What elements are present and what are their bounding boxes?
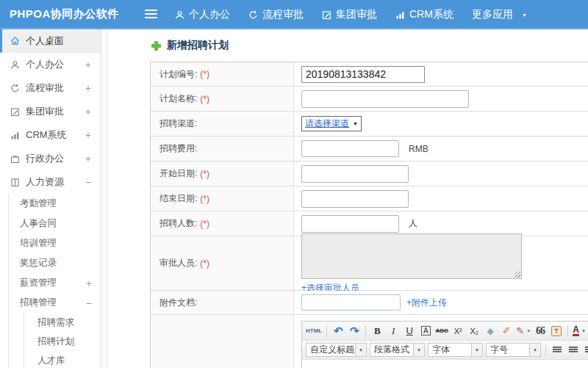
- sidebar-item-personal-desktop[interactable]: 个人桌面: [0, 29, 101, 53]
- expand-icon[interactable]: +: [85, 129, 91, 141]
- caret-down-icon: ▼: [472, 343, 483, 357]
- subscript-button[interactable]: X₂: [467, 324, 481, 338]
- channel-label: 招聘渠道:: [159, 117, 197, 130]
- plus-icon: [151, 41, 161, 51]
- start-date-label: 开始日期:: [159, 167, 197, 180]
- hamburger-menu-icon[interactable]: [145, 10, 157, 21]
- required-marker: (*): [200, 94, 209, 104]
- italic-button[interactable]: I: [386, 324, 401, 338]
- top-bar: PHPOA协同办公软件 个人办公 流程审批 集团审批 CRM系统 更多应用 ▼: [0, 0, 588, 29]
- sidebar-item-admin-office[interactable]: 行政办公 +: [0, 147, 101, 170]
- caret-down-icon: ▼: [356, 343, 367, 357]
- sidebar-scrollbar[interactable]: [101, 29, 107, 369]
- sidebar-item-personal-office[interactable]: 个人办公 +: [0, 53, 101, 76]
- user-icon: [10, 60, 20, 70]
- sidebar-item-recruit-need[interactable]: 招聘需求: [24, 313, 101, 332]
- sidebar-item-talent-pool[interactable]: 人才库: [24, 351, 101, 369]
- expand-icon[interactable]: +: [85, 59, 91, 70]
- page-header: 新增招聘计划: [151, 39, 588, 52]
- sidebar-item-hr[interactable]: 人力资源 −: [0, 170, 101, 194]
- form-row-plan-no: 计划编号: (*): [151, 62, 588, 87]
- editor-body[interactable]: [302, 360, 588, 369]
- sidebar-item-recruit[interactable]: 招聘管理 −: [9, 293, 101, 313]
- expand-icon[interactable]: +: [85, 106, 91, 117]
- sidebar-item-group-approval[interactable]: 集团审批 +: [0, 100, 101, 123]
- form-row-plan-name: 计划名称: (*): [151, 87, 588, 112]
- undo-button[interactable]: ↶: [331, 324, 345, 338]
- sidebar-item-crm-system[interactable]: CRM系统 +: [0, 123, 101, 147]
- caret-down-icon: ▼: [414, 343, 425, 357]
- headcount-label: 招聘人数:: [159, 217, 197, 230]
- submenu: 招聘需求 招聘计划 人才库: [24, 313, 101, 369]
- nav-item-group-approval[interactable]: 集团审批: [322, 8, 377, 21]
- nav-item-personal-office[interactable]: 个人办公: [175, 8, 230, 21]
- sidebar-item-reward-record[interactable]: 奖惩记录: [9, 253, 101, 273]
- collapse-icon[interactable]: −: [86, 297, 92, 309]
- sidebar-item-training[interactable]: 培训管理: [9, 233, 101, 253]
- source-code-button[interactable]: HTML: [305, 324, 323, 338]
- caret-down-icon: ▼: [522, 12, 527, 18]
- attachment-label: 附件文档:: [159, 297, 197, 309]
- edit-icon: [10, 107, 20, 117]
- plan-name-input[interactable]: [301, 90, 469, 108]
- eraser-button[interactable]: ◆: [483, 324, 498, 338]
- fee-unit: RMB: [409, 144, 429, 154]
- redo-button[interactable]: ↷: [347, 324, 362, 338]
- required-marker: (*): [200, 258, 209, 269]
- align-center-button[interactable]: [566, 343, 581, 358]
- font-family-combo[interactable]: 字体 ▼: [428, 343, 483, 357]
- sidebar-item-hr-contract[interactable]: 人事合同: [9, 214, 101, 233]
- form-row-headcount: 招聘人数: (*) 人: [151, 211, 588, 236]
- home-icon: [10, 36, 20, 46]
- auto-typeset-button[interactable]: A: [418, 324, 433, 338]
- chart-icon: [10, 131, 20, 140]
- main-content: 新增招聘计划 计划编号: (*) 计划名称: (*): [107, 29, 588, 369]
- align-right-button[interactable]: [582, 343, 588, 358]
- expand-icon[interactable]: +: [85, 153, 91, 164]
- chart-icon: [395, 10, 405, 20]
- align-left-button[interactable]: [550, 343, 564, 358]
- book-icon: [10, 178, 20, 187]
- nav-item-crm-system[interactable]: CRM系统: [395, 8, 453, 21]
- strikethrough-button[interactable]: ABC: [434, 324, 449, 338]
- paste-plain-text-button[interactable]: T: [549, 324, 564, 338]
- required-marker: (*): [200, 194, 209, 204]
- fee-input[interactable]: [301, 140, 399, 157]
- expand-icon[interactable]: +: [85, 82, 91, 94]
- rich-text-editor: HTML↶↷BIUAABCX²X₂◆✐✎▼66TA▼ab▼ 自定义标题 ▼ 段落…: [301, 321, 588, 369]
- superscript-button[interactable]: X²: [451, 324, 465, 338]
- bold-button[interactable]: B: [370, 324, 384, 338]
- end-date-input[interactable]: [301, 190, 409, 208]
- sidebar-item-recruit-plan[interactable]: 招聘计划: [24, 332, 101, 351]
- editor-toolbar-row1: HTML↶↷BIUAABCX²X₂◆✐✎▼66TA▼ab▼: [302, 322, 588, 341]
- form-row-start-date: 开始日期: (*): [151, 162, 588, 186]
- attachment-input[interactable]: [301, 294, 401, 311]
- custom-title-combo[interactable]: 自定义标题 ▼: [306, 343, 367, 357]
- headcount-input[interactable]: [301, 215, 399, 233]
- start-date-input[interactable]: [301, 165, 409, 183]
- editor-toolbar-row2: 自定义标题 ▼ 段落格式 ▼ 字体 ▼ 字号 ▼ ∞: [302, 341, 588, 360]
- plan-no-input[interactable]: [301, 66, 425, 83]
- sidebar-item-salary[interactable]: 薪资管理 +: [9, 273, 101, 293]
- nav-item-process-approval[interactable]: 流程审批: [248, 8, 304, 21]
- blockquote-button[interactable]: 66: [533, 324, 548, 338]
- paragraph-format-combo[interactable]: 段落格式 ▼: [370, 343, 425, 357]
- format-painter-button[interactable]: ✐: [499, 324, 514, 338]
- resize-handle[interactable]: [514, 272, 520, 278]
- font-color-button[interactable]: A▼: [572, 324, 587, 338]
- sidebar-item-attendance[interactable]: 考勤管理: [9, 194, 101, 214]
- sidebar-item-process-approval[interactable]: 流程审批 +: [0, 76, 101, 100]
- body: 个人桌面 个人办公 + 流程审批 + 集团审批 + CRM系统 + 行政办公 +…: [0, 29, 588, 369]
- plan-no-label: 计划编号:: [159, 68, 197, 81]
- expand-icon[interactable]: +: [86, 278, 92, 289]
- underline-button[interactable]: U: [402, 324, 417, 338]
- approver-textarea[interactable]: [301, 233, 522, 279]
- attachment-upload-link[interactable]: +附件上传: [406, 297, 447, 309]
- collapse-icon[interactable]: −: [85, 176, 91, 188]
- channel-select[interactable]: 请选择渠道 ▼: [301, 116, 362, 131]
- nav-item-more-apps[interactable]: 更多应用 ▼: [472, 8, 527, 21]
- form-row-fee: 招聘费用: RMB: [151, 137, 588, 162]
- font-size-combo[interactable]: 字号 ▼: [486, 343, 541, 357]
- toolbar-separator: [326, 325, 327, 337]
- highlight-brush-button[interactable]: ✎▼: [515, 324, 531, 338]
